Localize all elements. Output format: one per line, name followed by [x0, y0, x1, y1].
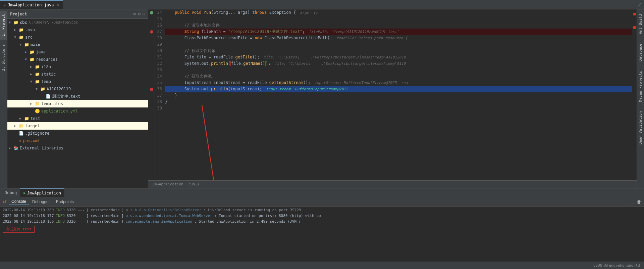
tree-item-templates[interactable]: ▶ 📁 templates: [7, 100, 148, 107]
tree-item-cbc[interactable]: ▼ 📁 cbc C:\Users\ \Desktop\cbc: [7, 19, 148, 26]
label-i18n: i18n: [41, 63, 51, 70]
tree-item-target[interactable]: ▶ 📁 target: [7, 122, 148, 130]
folder-icon-temp: 📁: [35, 78, 40, 85]
breadcrumb: JmwApplication › run(): [148, 180, 637, 188]
sidebar-tab-maven[interactable]: Maven Projects: [637, 68, 644, 105]
checkmark-icon: ✓: [638, 1, 641, 8]
code-line-35: InputStream inputStream = readFile.getIn…: [165, 80, 632, 86]
error-dot-36: [150, 88, 153, 91]
file-icon-gitignore: 📄: [19, 130, 24, 137]
folder-icon-resources: 📁: [30, 56, 35, 63]
tree-item-pom[interactable]: m pom.xml: [7, 137, 148, 144]
tree-item-A110120119[interactable]: ▼ 📁 A110120119: [7, 85, 148, 93]
settings-icon[interactable]: ⚙: [138, 11, 141, 16]
tree-item-static[interactable]: ▶ 📁 static: [7, 71, 148, 78]
tree-item-gitignore[interactable]: 📄 .gitignore: [7, 130, 148, 137]
code-line-38: }: [165, 99, 632, 105]
arrow-java: ▶: [25, 49, 30, 55]
attribution: CSDN @fengyehongWorld: [593, 263, 640, 268]
sidebar-tab-structure[interactable]: 2: Structure: [0, 41, 7, 74]
label-mvn: .mvn: [25, 27, 35, 33]
log-line-0: 2022-08-14 19:11:10.309 INFO 8320 --- [ …: [3, 207, 641, 213]
close-icon[interactable]: ✕: [57, 3, 59, 7]
code-line-39: [165, 105, 632, 111]
log-level-1: INFO: [56, 213, 65, 219]
tree-item-application-yml[interactable]: 🟡 application.yml: [7, 107, 148, 115]
tree-item-java[interactable]: ▶ 📁 java: [7, 48, 148, 56]
restart-button[interactable]: ↺: [1, 198, 8, 205]
hint-28: readFile: "class path resource [: [336, 35, 408, 41]
log-bracket-open-2: [: [86, 219, 89, 224]
tab-label: JmwApplication.java: [8, 3, 54, 7]
scroll-end-btn[interactable]: ↓: [630, 198, 635, 205]
tree-item-testfile[interactable]: 📄 测试文件.text: [7, 93, 148, 100]
folder-icon-test: 📁: [24, 115, 29, 122]
collapse-icon[interactable]: ⊟: [143, 11, 145, 16]
bottom-panel: Debug ▶ JmwApplication ↺ Console Debugge…: [0, 188, 644, 262]
tree-item-resources[interactable]: ▼ 📁 resources: [7, 56, 148, 63]
file-chip-container: 测试文件.text: [3, 226, 641, 233]
sidebar-tab-bean[interactable]: Bean Validation: [637, 108, 644, 148]
arrow-cbc: ▼: [9, 19, 13, 26]
run-icon: ▶: [23, 191, 26, 195]
endpoints-tab-btn[interactable]: Endpoints: [53, 199, 76, 205]
code-line-34: // 获取文件流: [165, 73, 632, 80]
log-line-2: 2022-08-14 19:11:18.186 INFO 8320 --- [ …: [3, 219, 641, 224]
tree-item-main[interactable]: ▼ 📁 main: [7, 41, 148, 48]
file-icon-testfile: 📄: [46, 93, 51, 100]
log-num-2: 8320: [67, 219, 76, 224]
tree-item-i18n[interactable]: ▶ 📁 i18n: [7, 63, 148, 71]
debugger-tab-btn[interactable]: Debugger: [30, 199, 53, 205]
editor-area: 24252627282930313233343536373839 public …: [148, 9, 637, 188]
error-dot-27: [150, 30, 153, 34]
sidebar-tab-project[interactable]: 1: Project: [0, 11, 7, 40]
arrow-resources: ▼: [25, 56, 30, 63]
breadcrumb-method: run(): [188, 182, 199, 186]
console-content: 2022-08-14 19:11:10.309 INFO 8320 --- [ …: [0, 207, 644, 262]
arrow-static: ▶: [30, 71, 35, 78]
tree-item-test[interactable]: ▶ 📁 test: [7, 115, 148, 122]
tree-item-src[interactable]: ▼ 📁 src: [7, 34, 148, 41]
tree-item-external-libs[interactable]: ▶ 📚 External Libraries: [7, 144, 148, 152]
arrow-src: ▼: [14, 34, 19, 41]
console-tab-btn[interactable]: Console: [9, 198, 29, 205]
tree-item-mvn[interactable]: ▶ 📁 .mvn: [7, 26, 148, 34]
libs-icon: 📚: [13, 145, 18, 151]
tab-jmwapplication[interactable]: ☕ JmwApplication.java ✕: [0, 0, 63, 9]
log-thread-1: restartedMain: [91, 213, 119, 219]
hint-27: filePath: "/temp/A110120119/测试文件.text": [309, 29, 399, 35]
arrow-templates: ▶: [30, 100, 35, 107]
label-ext: External Libraries: [20, 145, 63, 151]
folder-icon-A110120119: 📁: [40, 86, 45, 92]
label-target: target: [25, 123, 40, 129]
file-chip[interactable]: 测试文件.text: [3, 226, 35, 233]
locate-icon[interactable]: ⊕: [133, 11, 136, 16]
log-bracket-close-2: ]: [121, 219, 124, 224]
code-line-26: // 读取本地的文件: [165, 22, 632, 29]
status-bar: CSDN @fengyehongWorld: [0, 262, 644, 269]
log-thread-2: restartedMain: [91, 219, 119, 224]
tab-bar: ☕ JmwApplication.java ✕ ✓: [0, 0, 644, 9]
sidebar-tab-database[interactable]: Database: [637, 40, 644, 65]
folder-icon-mvn: 📁: [19, 27, 24, 33]
tab-debug[interactable]: Debug: [1, 188, 20, 197]
log-level-2: INFO: [56, 219, 65, 224]
breadcrumb-sep: ›: [185, 182, 187, 186]
folder-icon-target: 📁: [19, 123, 24, 129]
folder-icon-main: 📁: [24, 41, 29, 48]
code-line-29: [165, 41, 632, 48]
log-sep-1: ---: [77, 213, 84, 219]
clear-btn[interactable]: 🗑: [635, 198, 643, 205]
line-numbers: 24252627282930313233343536373839: [155, 9, 165, 180]
label-gitignore: .gitignore: [25, 130, 49, 137]
arrow-A110120119: ▼: [36, 86, 40, 92]
log-bracket-open-1: [: [86, 213, 89, 219]
editor-content: 24252627282930313233343536373839 public …: [148, 9, 637, 180]
tree-item-temp[interactable]: ▼ 📁 temp: [7, 78, 148, 85]
folder-icon-cbc: 📁: [13, 19, 18, 26]
label-pom: pom.xml: [23, 137, 40, 144]
code-line-37: }: [165, 92, 632, 99]
sidebar-tab-ant[interactable]: Ant Build: [637, 11, 644, 38]
tab-jmwapplication-run[interactable]: ▶ JmwApplication: [20, 188, 64, 197]
log-class-1: o.s.b.w.embedded.tomcat.TomcatWebServer: [126, 213, 212, 219]
